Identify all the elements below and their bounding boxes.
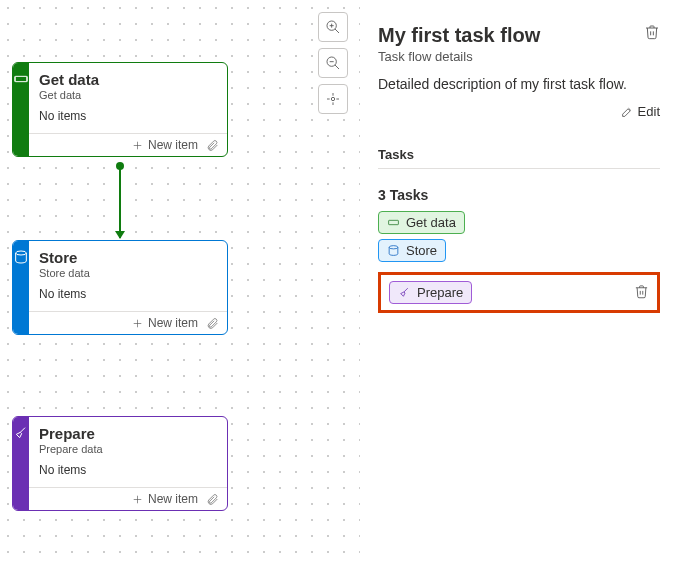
database-icon [387, 244, 400, 257]
node-title: Get data [39, 71, 217, 88]
plus-icon [131, 139, 144, 152]
node-items: No items [29, 105, 227, 133]
database-icon [13, 249, 29, 265]
zoom-out-icon [325, 55, 341, 71]
panel-description: Detailed description of my first task fl… [378, 76, 660, 92]
new-item-button[interactable]: New item [131, 138, 198, 152]
task-count: 3 Tasks [378, 187, 660, 203]
details-panel: My first task flow Task flow details Det… [360, 0, 678, 566]
task-pill-list: Get data Store Prepare [378, 211, 660, 313]
attachment-icon[interactable] [206, 139, 219, 152]
svg-line-1 [335, 29, 339, 33]
pill-label: Store [406, 243, 437, 258]
node-color-bar [13, 241, 29, 334]
node-subtitle: Prepare data [39, 443, 217, 455]
node-items: No items [29, 459, 227, 487]
svg-point-7 [331, 97, 334, 100]
svg-rect-19 [389, 220, 399, 224]
node-subtitle: Get data [39, 89, 217, 101]
scroll-icon [387, 216, 400, 229]
panel-subtitle: Task flow details [378, 49, 540, 64]
zoom-fit-button[interactable] [318, 84, 348, 114]
task-node-store[interactable]: Store Store data No items New item [12, 240, 228, 335]
attachment-icon[interactable] [206, 317, 219, 330]
task-pill-store[interactable]: Store [378, 239, 446, 262]
node-title: Prepare [39, 425, 217, 442]
node-items: No items [29, 283, 227, 311]
zoom-in-icon [325, 19, 341, 35]
task-pill-get-data[interactable]: Get data [378, 211, 465, 234]
tasks-section-label: Tasks [378, 147, 660, 169]
plus-icon [131, 317, 144, 330]
new-item-label: New item [148, 138, 198, 152]
node-subtitle: Store data [39, 267, 217, 279]
zoom-controls [318, 12, 348, 114]
plus-icon [131, 493, 144, 506]
zoom-in-button[interactable] [318, 12, 348, 42]
connector-arrow [119, 166, 121, 238]
broom-icon [13, 425, 29, 441]
pill-label: Get data [406, 215, 456, 230]
pencil-icon [621, 105, 634, 118]
delete-flow-button[interactable] [644, 24, 660, 43]
task-node-prepare[interactable]: Prepare Prepare data No items New item [12, 416, 228, 511]
new-item-button[interactable]: New item [131, 492, 198, 506]
new-item-label: New item [148, 492, 198, 506]
new-item-button[interactable]: New item [131, 316, 198, 330]
svg-point-20 [389, 246, 398, 249]
svg-line-5 [335, 65, 339, 69]
edit-button[interactable]: Edit [621, 104, 660, 119]
svg-point-13 [16, 251, 27, 255]
scroll-icon [13, 71, 29, 87]
broom-icon [398, 286, 411, 299]
svg-line-21 [404, 288, 408, 292]
edit-label: Edit [638, 104, 660, 119]
fit-view-icon [325, 91, 341, 107]
flow-canvas[interactable]: Get data Get data No items New item Stor… [0, 0, 360, 566]
svg-rect-8 [15, 76, 27, 81]
node-color-bar [13, 417, 29, 510]
new-item-label: New item [148, 316, 198, 330]
task-pill-prepare[interactable]: Prepare [389, 281, 472, 304]
zoom-out-button[interactable] [318, 48, 348, 78]
trash-icon [634, 284, 649, 299]
task-node-get-data[interactable]: Get data Get data No items New item [12, 62, 228, 157]
selected-task-row: Prepare [378, 272, 660, 313]
svg-line-16 [20, 428, 25, 433]
node-title: Store [39, 249, 217, 266]
trash-icon [644, 24, 660, 40]
delete-task-button[interactable] [634, 284, 649, 302]
pill-label: Prepare [417, 285, 463, 300]
node-color-bar [13, 63, 29, 156]
panel-title: My first task flow [378, 24, 540, 47]
attachment-icon[interactable] [206, 493, 219, 506]
